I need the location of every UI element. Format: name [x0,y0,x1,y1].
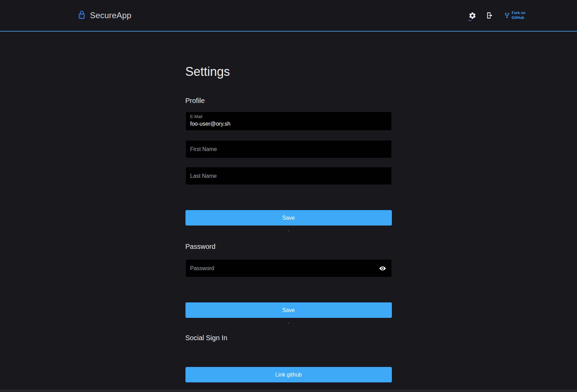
first-name-input[interactable] [190,146,387,152]
password-input[interactable] [190,265,375,272]
github-fork-icon [504,12,510,19]
profile-save-button[interactable]: Save [185,210,392,226]
email-input[interactable] [190,120,387,128]
profile-heading: Profile [185,97,392,105]
password-field [185,259,392,277]
app-title: SecureApp [90,11,132,20]
password-heading: Password [185,243,392,251]
last-name-field [185,167,392,185]
settings-gear-button[interactable] [466,8,479,23]
toggle-password-visibility-button[interactable] [378,264,387,273]
app-header: SecureApp [0,0,577,32]
gear-icon [468,12,476,20]
logout-button[interactable] [484,8,496,23]
social-sign-in-heading: Social Sign In [185,334,392,342]
email-field-label: E-Mail [190,114,387,119]
first-name-field [185,140,392,158]
eye-icon [379,265,386,272]
lock-icon [78,10,86,20]
fork-on-github-link[interactable]: Fork on GitHub [504,11,525,20]
header-actions: Fork on GitHub [466,8,525,23]
logout-icon [486,11,494,20]
page-title: Settings [185,65,392,79]
last-name-input[interactable] [190,173,387,179]
bottom-edge [0,390,577,392]
brand[interactable]: SecureApp [78,11,132,20]
gear-active-indicator [468,20,472,21]
password-save-button[interactable]: Save [185,302,392,318]
fork-link-label: Fork on GitHub [512,11,525,20]
link-github-button[interactable]: Link github [185,367,392,382]
section-separator-dot [288,323,289,324]
email-field: E-Mail [185,112,392,131]
settings-page: Settings Profile E-Mail Save Password Sa… [185,65,392,382]
section-separator-dot [288,230,289,231]
